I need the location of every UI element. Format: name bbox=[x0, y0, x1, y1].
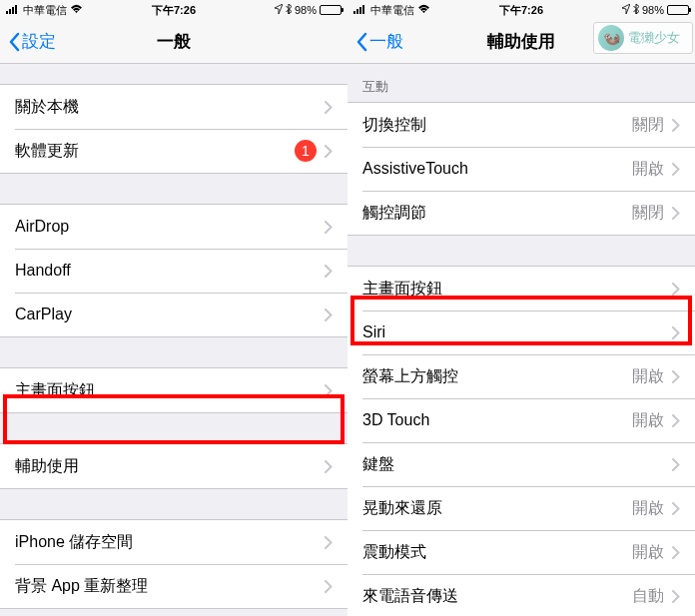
chevron-right-icon bbox=[325, 308, 333, 321]
chevron-right-icon bbox=[672, 546, 680, 559]
wifi-icon bbox=[70, 4, 83, 16]
battery-percent: 98% bbox=[295, 4, 317, 16]
watermark-label: 電獺少女 bbox=[628, 29, 680, 47]
svg-rect-0 bbox=[6, 11, 8, 14]
location-icon bbox=[275, 4, 283, 16]
cell-siri[interactable]: Siri bbox=[348, 310, 695, 354]
cell-value: 開啟 bbox=[632, 366, 664, 387]
svg-rect-1 bbox=[9, 9, 11, 14]
chevron-right-icon bbox=[325, 384, 333, 397]
cell-value: 自動 bbox=[632, 586, 664, 607]
wifi-icon bbox=[417, 4, 430, 16]
svg-rect-5 bbox=[356, 9, 358, 14]
spacer bbox=[348, 236, 695, 266]
cell-touch-accommodations[interactable]: 觸控調節 關閉 bbox=[348, 191, 695, 235]
cell-label: 晃動來還原 bbox=[362, 498, 632, 519]
cell-label: 鍵盤 bbox=[362, 454, 672, 475]
cell-label: iPhone 儲存空間 bbox=[15, 532, 325, 553]
carrier-label: 中華電信 bbox=[370, 3, 414, 18]
back-label: 一般 bbox=[369, 30, 403, 53]
cell-label: 螢幕上方觸控 bbox=[362, 366, 632, 387]
chevron-right-icon bbox=[325, 580, 333, 593]
svg-rect-3 bbox=[15, 5, 17, 14]
cell-group: AirDrop Handoff CarPlay bbox=[0, 204, 348, 337]
chevron-right-icon bbox=[672, 326, 680, 339]
cell-label: 來電語音傳送 bbox=[362, 586, 632, 607]
cell-call-audio-routing[interactable]: 來電語音傳送 自動 bbox=[348, 574, 695, 616]
battery-icon bbox=[667, 5, 689, 15]
chevron-right-icon bbox=[672, 163, 680, 176]
cell-value: 開啟 bbox=[632, 159, 664, 180]
cell-carplay[interactable]: CarPlay bbox=[0, 293, 348, 336]
cell-value: 開啟 bbox=[632, 498, 664, 519]
chevron-right-icon bbox=[325, 265, 333, 278]
cell-label: Handoff bbox=[15, 262, 325, 280]
chevron-right-icon bbox=[325, 101, 333, 114]
cell-group: 輔助使用 bbox=[0, 443, 348, 489]
spacer bbox=[0, 413, 348, 443]
nav-bar: 設定 一般 bbox=[0, 20, 348, 64]
cell-keyboard[interactable]: 鍵盤 bbox=[348, 442, 695, 486]
back-label: 設定 bbox=[22, 30, 56, 53]
cell-value: 開啟 bbox=[632, 410, 664, 431]
cell-background-refresh[interactable]: 背景 App 重新整理 bbox=[0, 564, 348, 608]
bluetooth-icon bbox=[286, 4, 292, 16]
cell-value: 開啟 bbox=[632, 542, 664, 563]
cell-home-button[interactable]: 主畫面按鈕 bbox=[0, 368, 348, 412]
cell-airdrop[interactable]: AirDrop bbox=[0, 205, 348, 249]
cell-label: AssistiveTouch bbox=[362, 160, 632, 178]
cell-software-update[interactable]: 軟體更新 1 bbox=[0, 129, 348, 173]
chevron-right-icon bbox=[672, 283, 680, 296]
status-bar: 中華電信 下午7:26 98% bbox=[348, 0, 695, 20]
carrier-label: 中華電信 bbox=[23, 3, 67, 18]
cell-shake-to-undo[interactable]: 晃動來還原 開啟 bbox=[348, 486, 695, 530]
cell-label: CarPlay bbox=[15, 306, 325, 323]
chevron-right-icon bbox=[325, 536, 333, 549]
back-button[interactable]: 設定 bbox=[8, 30, 56, 53]
cell-handoff[interactable]: Handoff bbox=[0, 249, 348, 293]
cell-label: 3D Touch bbox=[362, 411, 632, 429]
chevron-right-icon bbox=[672, 458, 680, 471]
status-time: 下午7:26 bbox=[499, 3, 543, 18]
chevron-right-icon bbox=[672, 502, 680, 515]
cell-switch-control[interactable]: 切換控制 關閉 bbox=[348, 103, 695, 147]
svg-rect-2 bbox=[12, 7, 14, 14]
cell-3d-touch[interactable]: 3D Touch 開啟 bbox=[348, 398, 695, 442]
cell-home-button[interactable]: 主畫面按鈕 bbox=[348, 267, 695, 310]
status-time: 下午7:26 bbox=[152, 3, 196, 18]
phone-right: 中華電信 下午7:26 98% 一般 輔助使用 🦦 電獺少女 互動 bbox=[348, 0, 695, 616]
chevron-right-icon bbox=[672, 370, 680, 383]
cell-label: 主畫面按鈕 bbox=[362, 279, 672, 300]
badge: 1 bbox=[295, 140, 317, 162]
chevron-right-icon bbox=[672, 590, 680, 603]
status-bar: 中華電信 下午7:26 98% bbox=[0, 0, 348, 20]
cell-vibration[interactable]: 震動模式 開啟 bbox=[348, 530, 695, 574]
cell-group: 主畫面按鈕 bbox=[0, 367, 348, 413]
cell-label: 背景 App 重新整理 bbox=[15, 576, 325, 597]
spacer bbox=[0, 489, 348, 519]
cell-value: 關閉 bbox=[632, 115, 664, 136]
cell-label: 震動模式 bbox=[362, 542, 632, 563]
back-button[interactable]: 一般 bbox=[355, 30, 403, 53]
cell-about[interactable]: 關於本機 bbox=[0, 85, 348, 129]
cell-storage[interactable]: iPhone 儲存空間 bbox=[0, 520, 348, 564]
chevron-right-icon bbox=[325, 460, 333, 473]
cell-value: 關閉 bbox=[632, 203, 664, 224]
chevron-left-icon bbox=[8, 32, 20, 52]
cell-assistive-touch[interactable]: AssistiveTouch 開啟 bbox=[348, 147, 695, 191]
cell-accessibility[interactable]: 輔助使用 bbox=[0, 444, 348, 488]
chevron-right-icon bbox=[325, 221, 333, 234]
svg-rect-4 bbox=[353, 11, 355, 14]
cell-label: 切換控制 bbox=[362, 115, 632, 136]
nav-title: 一般 bbox=[157, 30, 191, 53]
chevron-right-icon bbox=[672, 119, 680, 132]
battery-percent: 98% bbox=[642, 4, 664, 16]
cell-reachability[interactable]: 螢幕上方觸控 開啟 bbox=[348, 354, 695, 398]
spacer bbox=[0, 337, 348, 367]
phone-left: 中華電信 下午7:26 98% 設定 一般 關於本機 bbox=[0, 0, 348, 616]
svg-rect-7 bbox=[362, 5, 364, 14]
watermark: 🦦 電獺少女 bbox=[593, 22, 693, 54]
cell-label: 軟體更新 bbox=[15, 141, 295, 162]
signal-icon bbox=[6, 4, 20, 16]
cell-group: 關於本機 軟體更新 1 bbox=[0, 84, 348, 174]
